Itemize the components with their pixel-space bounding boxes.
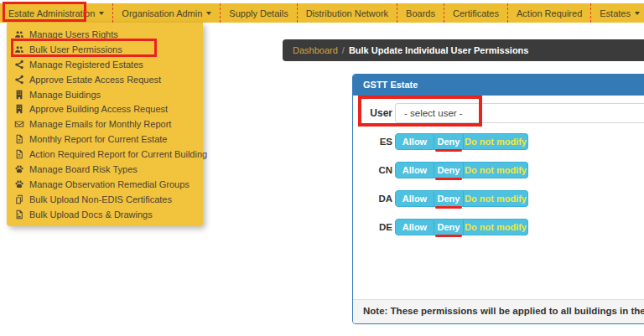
- caret-down-icon: [635, 12, 640, 15]
- menu-item-approve-estate-access-request[interactable]: Approve Estate Access Request: [7, 72, 203, 87]
- nav-item-estates[interactable]: Estates: [590, 3, 644, 23]
- permission-category-label: DA: [353, 190, 392, 207]
- image-icon: [13, 209, 24, 220]
- do-not-modify-button-de[interactable]: Do not modify: [464, 219, 528, 235]
- menu-item-approve-building-access-request[interactable]: Approve Building Access Request: [7, 101, 203, 116]
- allow-button-cn[interactable]: Allow: [395, 162, 434, 178]
- permission-category-label: CN: [353, 162, 392, 178]
- gstt-estate-panel: GSTT Estate User - select user - ESAllow…: [352, 74, 644, 324]
- nav-item-certificates[interactable]: Certificates: [444, 3, 507, 23]
- menu-item-manage-users-rights[interactable]: Manage Users Rights: [7, 27, 203, 42]
- nav-item-action-required[interactable]: Action Required: [507, 3, 590, 23]
- nav-item-estate-administration[interactable]: Estate Administration: [0, 3, 112, 23]
- menu-item-label: Manage Registered Estates: [29, 59, 143, 70]
- menu-item-label: Manage Buidings: [29, 90, 101, 100]
- top-navbar: Estate AdministrationOrganisation AdminS…: [0, 3, 644, 23]
- menu-item-label: Manage Users Rights: [29, 29, 118, 39]
- menu-item-label: Manage Observation Remedial Groups: [29, 179, 190, 189]
- menu-item-bulk-upload-docs-drawings[interactable]: Bulk Upload Docs & Drawings: [7, 207, 203, 222]
- permission-button-group: AllowDenyDo not modify: [395, 133, 528, 150]
- menu-item-manage-buidings[interactable]: Manage Buidings: [7, 87, 203, 102]
- nav-item-organisation-admin[interactable]: Organisation Admin: [112, 3, 220, 23]
- nav-item-label: Boards: [406, 8, 435, 18]
- page: Estate AdministrationOrganisation AdminS…: [0, 0, 644, 336]
- menu-item-label: Bulk User Permissions: [29, 44, 122, 54]
- user-label: User: [353, 103, 392, 123]
- panel-title: GSTT Estate: [353, 75, 644, 96]
- nav-item-label: Action Required: [517, 8, 582, 18]
- breadcrumb-dashboard-link[interactable]: Dashboard: [293, 45, 338, 55]
- copy-icon: [13, 194, 24, 204]
- share-icon: [13, 75, 24, 85]
- menu-item-manage-observation-remedial-groups[interactable]: Manage Observation Remedial Groups: [7, 177, 203, 192]
- menu-item-monthly-report-for-current-estate[interactable]: Monthly Report for Current Estate: [7, 132, 203, 147]
- building-icon: [13, 90, 24, 100]
- paw-icon: [13, 179, 24, 189]
- nav-item-supply-details[interactable]: Supply Details: [220, 3, 296, 23]
- allow-button-es[interactable]: Allow: [395, 133, 434, 150]
- menu-item-label: Action Required Report for Current Build…: [29, 149, 207, 159]
- deny-button-es[interactable]: Deny: [434, 133, 464, 150]
- menu-item-manage-emails-for-monthly-report[interactable]: Manage Emails for Monthly Report: [7, 116, 203, 132]
- deny-button-cn[interactable]: Deny: [434, 162, 464, 178]
- users-icon: [13, 29, 24, 39]
- paw-icon: [13, 164, 24, 174]
- panel-body: User - select user - ESAllowDenyDo not m…: [353, 96, 644, 299]
- envelope-icon: [13, 119, 24, 129]
- do-not-modify-button-es[interactable]: Do not modify: [464, 133, 528, 150]
- annotation-deny-underline: [435, 235, 462, 237]
- building-icon: [13, 104, 24, 114]
- permission-category-label: DE: [353, 219, 392, 235]
- permission-row-da: DAAllowDenyDo not modify: [353, 190, 644, 207]
- user-select-row: User - select user -: [353, 103, 644, 123]
- share-icon: [13, 59, 24, 70]
- permission-category-label: ES: [353, 133, 392, 150]
- permission-row-de: DEAllowDenyDo not modify: [353, 219, 644, 235]
- nav-item-label: Certificates: [453, 8, 499, 18]
- breadcrumb-separator: /: [342, 45, 345, 55]
- nav-item-boards[interactable]: Boards: [397, 3, 444, 23]
- permission-button-group: AllowDenyDo not modify: [395, 190, 528, 207]
- allow-button-de[interactable]: Allow: [395, 219, 434, 235]
- nav-item-label: Estate Administration: [8, 8, 95, 18]
- annotation-deny-underline: [435, 178, 462, 180]
- nav-item-distribution-network[interactable]: Distribution Network: [297, 3, 397, 23]
- permission-row-cn: CNAllowDenyDo not modify: [353, 162, 644, 178]
- menu-item-label: Bulk Upload Docs & Drawings: [29, 209, 153, 220]
- menu-item-label: Approve Building Access Request: [29, 104, 168, 114]
- menu-item-action-required-report-for-current-building[interactable]: Action Required Report for Current Build…: [7, 147, 203, 162]
- breadcrumb: Dashboard / Bulk Update Individual User …: [283, 39, 644, 61]
- deny-button-de[interactable]: Deny: [434, 219, 464, 235]
- user-select[interactable]: - select user -: [395, 103, 644, 123]
- breadcrumb-current-page: Bulk Update Individual User Permissions: [349, 45, 529, 55]
- panel-footer-note: Note: These permissions will be applied …: [353, 299, 644, 323]
- nav-item-label: Organisation Admin: [122, 8, 202, 18]
- menu-item-label: Monthly Report for Current Estate: [29, 134, 167, 144]
- menu-item-manage-registered-estates[interactable]: Manage Registered Estates: [7, 57, 203, 72]
- nav-item-label: Supply Details: [229, 8, 288, 18]
- menu-item-label: Manage Emails for Monthly Report: [29, 119, 171, 129]
- permission-rows: ESAllowDenyDo not modifyCNAllowDenyDo no…: [353, 133, 644, 247]
- menu-item-bulk-user-permissions[interactable]: Bulk User Permissions: [7, 42, 203, 57]
- nav-item-label: Estates: [600, 8, 631, 18]
- estate-administration-dropdown-menu: Manage Users RightsBulk User Permissions…: [7, 23, 203, 226]
- permission-row-es: ESAllowDenyDo not modify: [353, 133, 644, 150]
- file-icon: [13, 149, 24, 159]
- menu-item-label: Bulk Upload Non-EDIS Certificates: [29, 194, 172, 204]
- file-icon: [13, 134, 24, 144]
- permission-button-group: AllowDenyDo not modify: [395, 219, 528, 235]
- menu-item-manage-board-risk-types[interactable]: Manage Board Risk Types: [7, 162, 203, 177]
- allow-button-da[interactable]: Allow: [395, 190, 434, 207]
- annotation-deny-underline: [435, 149, 462, 152]
- do-not-modify-button-cn[interactable]: Do not modify: [464, 162, 528, 178]
- caret-down-icon: [206, 12, 211, 15]
- users-icon: [13, 44, 24, 54]
- menu-item-bulk-upload-non-edis-certificates[interactable]: Bulk Upload Non-EDIS Certificates: [7, 192, 203, 207]
- deny-button-da[interactable]: Deny: [434, 190, 464, 207]
- do-not-modify-button-da[interactable]: Do not modify: [464, 190, 528, 207]
- annotation-deny-underline: [435, 206, 462, 209]
- menu-item-label: Manage Board Risk Types: [29, 164, 138, 174]
- menu-item-label: Approve Estate Access Request: [29, 75, 161, 85]
- caret-down-icon: [99, 12, 104, 15]
- nav-item-label: Distribution Network: [306, 8, 388, 18]
